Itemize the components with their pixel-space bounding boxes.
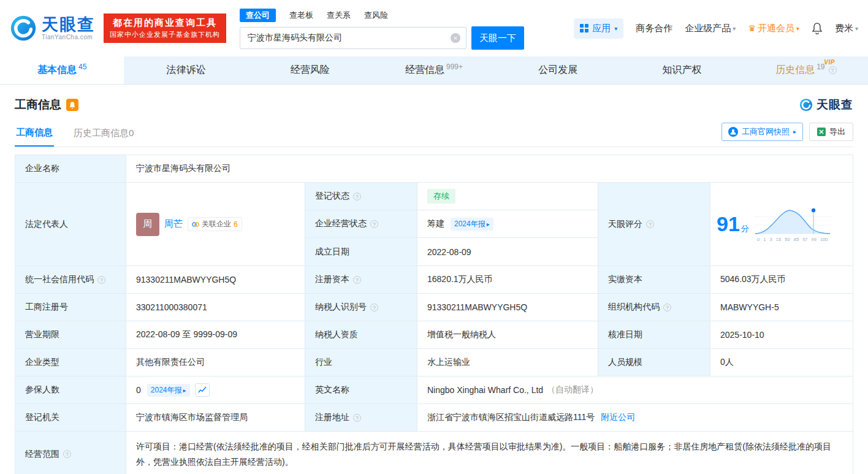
annual-report-badge[interactable]: 2024年报 ▸ (147, 384, 190, 397)
caret-down-icon: ▾ (733, 25, 736, 32)
tab-operating-risk[interactable]: 经营风险 (248, 56, 372, 84)
trend-chart-icon[interactable] (195, 383, 210, 397)
section-title: 工商信息 (15, 97, 61, 113)
help-icon[interactable]: ? (663, 304, 671, 312)
search-block: 查公司 查老板 查关系 查风险 × 天眼一下 (240, 9, 524, 50)
business-term-value: 2022-08-09 至 9999-09-09 (126, 321, 305, 348)
promo-banner: 都在用的商业查询工具 国家中小企业发展子基金旗下机构 (104, 13, 226, 43)
search-tab-risk[interactable]: 查风险 (364, 10, 388, 21)
promo-line2: 国家中小企业发展子基金旗下机构 (110, 30, 220, 39)
industry-label: 行业 (305, 349, 417, 376)
table-row: 企业名称 宁波市星海码头有限公司 (15, 155, 853, 183)
subtab-business-info[interactable]: 工商信息 (15, 120, 54, 147)
score-cell[interactable]: 91 分 0 1 3 15 50 85 97 99 100 (710, 183, 853, 266)
table-row: 成立日期 2022-08-09 (305, 238, 598, 266)
help-icon[interactable]: ? (353, 276, 361, 284)
score-distribution-chart: 0 1 3 15 50 85 97 99 100 (754, 207, 831, 242)
table-row: 登记机关 宁波市镇海区市场监督管理局 注册地址 ? 浙江省宁波市镇海区招宝山街道… (15, 404, 853, 432)
subtab-bar: 工商信息 历史工商信息0 工商官网快照 ▸ 导出 (15, 120, 853, 147)
tianyancha-brand-icon (799, 98, 813, 112)
score-axis-labels: 0 1 3 15 50 85 97 99 100 (754, 237, 831, 242)
business-info-table: 企业名称 宁波市星海码头有限公司 法定代表人 周 周芒 关联企业 6 (15, 155, 853, 474)
tianyancha-company-page: 天眼查 TianYanCha.com 都在用的商业查询工具 国家中小企业发展子基… (0, 0, 868, 474)
business-cooperation-link[interactable]: 商务合作 (636, 23, 672, 34)
legal-rep-label: 法定代表人 (15, 183, 126, 266)
caret-down-icon: ▾ (796, 25, 799, 32)
clear-search-icon[interactable]: × (451, 33, 460, 43)
vip-upgrade-menu[interactable]: ♛ 开通会员 ▾ (748, 23, 799, 34)
tab-count-badge: 45 (78, 63, 86, 71)
crown-icon: ♛ (748, 23, 756, 33)
biz-status-label: 企业经营状态 ? (305, 210, 417, 237)
tab-label: 知识产权 (663, 64, 702, 77)
table-row: 法定代表人 周 周芒 关联企业 6 登记状态 ? (15, 183, 853, 266)
search-button[interactable]: 天眼一下 (471, 26, 524, 50)
help-icon[interactable]: ? (370, 304, 378, 312)
subscribe-bell-icon[interactable] (66, 99, 78, 111)
tab-intellectual-property[interactable]: 知识产权 (620, 56, 744, 84)
snapshot-button-label: 工商官网快照 (742, 126, 790, 137)
subtab-history-business-info[interactable]: 历史工商信息0 (72, 121, 135, 146)
table-row: 登记状态 ? 存续 (305, 183, 598, 210)
table-row: 工商注册号 330211000380071 纳税人识别号 ? 91330211M… (15, 294, 853, 321)
insured-count-value: 0 2024年报 ▸ (126, 377, 305, 403)
apps-menu[interactable]: 应用 ▾ (574, 18, 623, 39)
tab-label: 经营风险 (291, 64, 330, 77)
search-tab-boss[interactable]: 查老板 (289, 10, 313, 21)
help-icon[interactable]: ? (97, 276, 105, 284)
notifications-bell-icon[interactable] (812, 22, 823, 34)
table-row: 经营范围 ? 许可项目：港口经营(依法须经批准的项目，经相关部门批准后方可开展经… (15, 432, 853, 474)
help-icon[interactable]: ? (829, 66, 837, 74)
legal-rep-avatar[interactable]: 周 (136, 213, 159, 236)
help-icon[interactable]: ? (63, 450, 71, 458)
help-icon[interactable]: ? (353, 193, 361, 201)
search-tab-company[interactable]: 查公司 (240, 9, 276, 22)
nearby-companies-link[interactable]: 附近公司 (601, 412, 635, 423)
enterprise-products-menu[interactable]: 企业级产品 ▾ (685, 23, 736, 34)
tab-history-info[interactable]: VIP 历史信息 19 ? (744, 56, 868, 84)
arrow-right-icon: ▸ (793, 128, 796, 135)
tab-basic-info[interactable]: 基本信息 45 (0, 56, 124, 84)
promo-line1: 都在用的商业查询工具 (110, 17, 220, 29)
company-type-label: 企业类型 (15, 349, 126, 376)
reg-authority-label: 登记机关 (15, 404, 126, 431)
help-icon[interactable]: ? (353, 414, 361, 422)
score-number: 91 分 (717, 212, 749, 236)
username: 费米 (835, 23, 853, 34)
tianyancha-logo[interactable]: 天眼查 TianYanCha.com (10, 15, 95, 42)
tab-operating-info[interactable]: 经营信息 999+ (372, 56, 496, 84)
auto-translate-note: （自动翻译） (547, 384, 598, 396)
user-menu[interactable]: 费米 ▾ (835, 23, 858, 34)
establish-date-value: 2022-08-09 (417, 238, 598, 266)
help-icon[interactable]: ? (370, 220, 378, 228)
business-scope-value: 许可项目：港口经营(依法须经批准的项目，经相关部门批准后方可开展经营活动，具体经… (126, 432, 853, 474)
tab-label: 公司发展 (538, 64, 577, 77)
company-type-value: 其他有限责任公司 (126, 349, 305, 376)
search-tab-relation[interactable]: 查关系 (327, 10, 351, 21)
business-scope-label: 经营范围 ? (15, 432, 126, 474)
tab-legal-proceedings[interactable]: 法律诉讼 (124, 56, 248, 84)
help-icon[interactable]: ? (646, 220, 654, 228)
taxpayer-quality-value: 增值税一般纳税人 (417, 321, 598, 348)
reg-address-value: 浙江省宁波市镇海区招宝山街道威远路111号 附近公司 (417, 404, 853, 431)
related-link-icon (192, 221, 199, 228)
apps-label: 应用 (592, 23, 611, 34)
table-row: 参保人数 0 2024年报 ▸ 英文名称 Ningbo Xinghai Whar… (15, 377, 853, 404)
related-companies-count: 6 (234, 220, 238, 229)
taxpayer-id-label: 纳税人识别号 ? (305, 294, 417, 321)
search-input[interactable] (240, 27, 466, 49)
approval-date-label: 核准日期 (598, 321, 710, 348)
export-button[interactable]: 导出 (809, 123, 853, 141)
section-brand-logo: 天眼查 (799, 97, 853, 113)
biz-status-value: 筹建 2024年报 ▸ (417, 210, 598, 237)
legal-rep-name-link[interactable]: 周芒 (164, 218, 183, 230)
related-companies-badge[interactable]: 关联企业 6 (188, 217, 242, 231)
official-snapshot-button[interactable]: 工商官网快照 ▸ (721, 123, 803, 141)
tab-company-development[interactable]: 公司发展 (496, 56, 620, 84)
related-companies-label: 关联企业 (202, 219, 231, 229)
tianyancha-logo-icon (10, 15, 37, 42)
establish-date-label: 成立日期 (305, 238, 417, 266)
arrow-right-icon: ▸ (487, 221, 490, 227)
reg-status-label: 登记状态 ? (305, 183, 417, 210)
annual-report-badge[interactable]: 2024年报 ▸ (451, 218, 493, 231)
